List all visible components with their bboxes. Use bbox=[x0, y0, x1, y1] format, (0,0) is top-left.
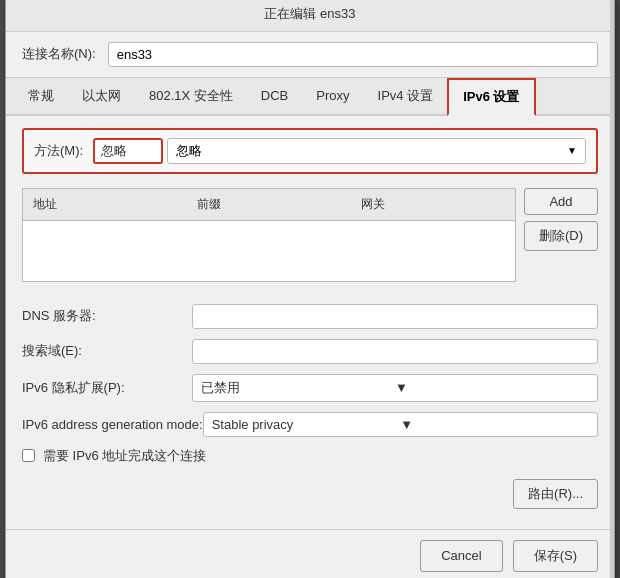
address-table: 地址 前缀 网关 bbox=[22, 188, 516, 282]
col-gateway: 网关 bbox=[351, 193, 515, 216]
privacy-label: IPv6 隐私扩展(P): bbox=[22, 379, 192, 397]
add-button[interactable]: Add bbox=[524, 188, 598, 215]
require-ipv6-checkbox[interactable] bbox=[22, 449, 35, 462]
tab-ipv4[interactable]: IPv4 设置 bbox=[364, 78, 448, 114]
col-address: 地址 bbox=[23, 193, 187, 216]
privacy-dropdown[interactable]: 已禁用 ▼ bbox=[192, 374, 598, 402]
delete-button[interactable]: 删除(D) bbox=[524, 221, 598, 251]
privacy-value: 已禁用 bbox=[201, 379, 395, 397]
gen-mode-label: IPv6 address generation mode: bbox=[22, 417, 203, 432]
dns-row: DNS 服务器: bbox=[22, 304, 598, 329]
privacy-row: IPv6 隐私扩展(P): 已禁用 ▼ bbox=[22, 374, 598, 402]
connection-row: 连接名称(N): bbox=[6, 32, 614, 78]
gen-mode-dropdown[interactable]: Stable privacy ▼ bbox=[203, 412, 598, 437]
privacy-arrow: ▼ bbox=[395, 380, 589, 395]
search-input[interactable] bbox=[192, 339, 598, 364]
checkbox-row: 需要 IPv6 地址完成这个连接 bbox=[22, 447, 598, 465]
address-section: 地址 前缀 网关 Add 删除(D) bbox=[22, 188, 598, 292]
tabs-bar: 常规 以太网 802.1X 安全性 DCB Proxy IPv4 设置 IPv6… bbox=[6, 78, 614, 116]
ipv6-content: 方法(M): 忽略 忽略 ▼ 地址 前缀 网关 bbox=[6, 116, 614, 529]
route-button[interactable]: 路由(R)... bbox=[513, 479, 598, 509]
tab-proxy[interactable]: Proxy bbox=[302, 78, 363, 114]
col-prefix: 前缀 bbox=[187, 193, 351, 216]
title-bar: 正在编辑 ens33 bbox=[6, 0, 614, 32]
dialog-title: 正在编辑 ens33 bbox=[264, 6, 355, 21]
search-row: 搜索域(E): bbox=[22, 339, 598, 364]
address-table-body bbox=[23, 221, 515, 281]
route-row: 路由(R)... bbox=[22, 479, 598, 509]
tab-ipv6[interactable]: IPv6 设置 bbox=[447, 78, 535, 116]
method-dropdown-text: 忽略 bbox=[176, 142, 567, 160]
address-table-header: 地址 前缀 网关 bbox=[23, 189, 515, 221]
side-border bbox=[610, 0, 614, 578]
address-table-wrap: 地址 前缀 网关 bbox=[22, 188, 516, 292]
dns-label: DNS 服务器: bbox=[22, 307, 192, 325]
method-value: 忽略 bbox=[101, 142, 127, 160]
method-label: 方法(M): bbox=[34, 142, 83, 160]
cancel-button[interactable]: Cancel bbox=[420, 540, 502, 572]
address-buttons: Add 删除(D) bbox=[524, 188, 598, 292]
gen-mode-value: Stable privacy bbox=[212, 417, 401, 432]
search-label: 搜索域(E): bbox=[22, 342, 192, 360]
gen-mode-arrow: ▼ bbox=[400, 417, 589, 432]
method-row: 方法(M): 忽略 忽略 ▼ bbox=[22, 128, 598, 174]
tab-general[interactable]: 常规 bbox=[14, 78, 68, 114]
connection-name-label: 连接名称(N): bbox=[22, 45, 96, 63]
save-button[interactable]: 保存(S) bbox=[513, 540, 598, 572]
connection-name-input[interactable] bbox=[108, 42, 598, 67]
tab-dcb[interactable]: DCB bbox=[247, 78, 302, 114]
method-dropdown-arrow: ▼ bbox=[567, 145, 577, 156]
checkbox-label: 需要 IPv6 地址完成这个连接 bbox=[43, 447, 206, 465]
dialog: 正在编辑 ens33 连接名称(N): 常规 以太网 802.1X 安全性 DC… bbox=[5, 0, 615, 578]
dns-input[interactable] bbox=[192, 304, 598, 329]
method-dropdown[interactable]: 忽略 bbox=[93, 138, 163, 164]
footer: Cancel 保存(S) bbox=[6, 529, 614, 579]
tab-ethernet[interactable]: 以太网 bbox=[68, 78, 135, 114]
gen-mode-row: IPv6 address generation mode: Stable pri… bbox=[22, 412, 598, 437]
tab-8021x[interactable]: 802.1X 安全性 bbox=[135, 78, 247, 114]
